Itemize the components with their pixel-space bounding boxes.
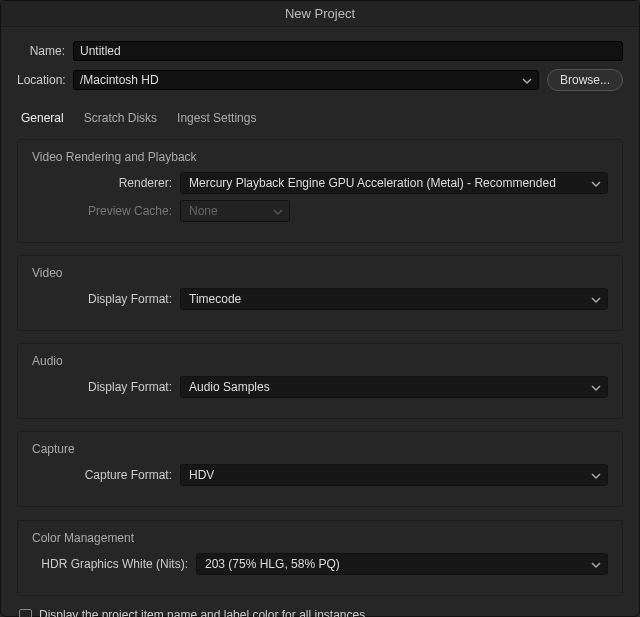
- display-item-name-label: Display the project item name and label …: [39, 608, 365, 617]
- chevron-down-icon: [591, 178, 601, 188]
- audio-display-format-select[interactable]: Audio Samples: [180, 376, 608, 398]
- preview-cache-row: Preview Cache: None: [32, 200, 608, 222]
- preview-cache-select: None: [180, 200, 290, 222]
- panel-video: Video Display Format: Timecode: [17, 255, 623, 331]
- chevron-down-icon: [591, 294, 601, 304]
- audio-display-format-row: Display Format: Audio Samples: [32, 376, 608, 398]
- dialog-content: Name: Untitled Location: /Macintosh HD B…: [1, 27, 639, 617]
- panel-title: Video: [32, 266, 608, 280]
- chevron-down-icon: [591, 559, 601, 569]
- location-value: /Macintosh HD: [80, 73, 159, 87]
- panel-video-rendering: Video Rendering and Playback Renderer: M…: [17, 139, 623, 243]
- tab-scratch-disks[interactable]: Scratch Disks: [84, 107, 157, 129]
- panel-title: Video Rendering and Playback: [32, 150, 608, 164]
- dialog-title: New Project: [1, 1, 639, 27]
- chevron-down-icon: [273, 206, 283, 216]
- new-project-dialog: New Project Name: Untitled Location: /Ma…: [0, 0, 640, 617]
- preview-cache-label: Preview Cache:: [32, 204, 180, 218]
- capture-format-row: Capture Format: HDV: [32, 464, 608, 486]
- audio-display-format-label: Display Format:: [32, 380, 180, 394]
- panel-title: Color Management: [32, 531, 608, 545]
- chevron-down-icon: [591, 470, 601, 480]
- name-input[interactable]: Untitled: [73, 41, 623, 61]
- name-label: Name:: [17, 44, 73, 58]
- panel-audio: Audio Display Format: Audio Samples: [17, 343, 623, 419]
- display-item-name-row: Display the project item name and label …: [19, 608, 621, 617]
- location-label: Location:: [17, 73, 73, 87]
- video-display-format-row: Display Format: Timecode: [32, 288, 608, 310]
- capture-format-select[interactable]: HDV: [180, 464, 608, 486]
- tab-general[interactable]: General: [21, 107, 64, 129]
- hdr-white-select[interactable]: 203 (75% HLG, 58% PQ): [196, 553, 608, 575]
- renderer-row: Renderer: Mercury Playback Engine GPU Ac…: [32, 172, 608, 194]
- hdr-white-row: HDR Graphics White (Nits): 203 (75% HLG,…: [32, 553, 608, 575]
- browse-button[interactable]: Browse...: [547, 69, 623, 91]
- video-display-format-label: Display Format:: [32, 292, 180, 306]
- tab-ingest-settings[interactable]: Ingest Settings: [177, 107, 256, 129]
- chevron-down-icon: [591, 382, 601, 392]
- panel-color-management: Color Management HDR Graphics White (Nit…: [17, 520, 623, 596]
- panel-title: Capture: [32, 442, 608, 456]
- display-item-name-checkbox[interactable]: [19, 609, 32, 618]
- renderer-label: Renderer:: [32, 176, 180, 190]
- location-row: Location: /Macintosh HD Browse...: [17, 69, 623, 91]
- capture-format-label: Capture Format:: [32, 468, 180, 482]
- video-display-format-select[interactable]: Timecode: [180, 288, 608, 310]
- name-value: Untitled: [80, 44, 121, 58]
- renderer-select[interactable]: Mercury Playback Engine GPU Acceleration…: [180, 172, 608, 194]
- chevron-down-icon: [522, 75, 532, 85]
- panel-capture: Capture Capture Format: HDV: [17, 431, 623, 507]
- location-select[interactable]: /Macintosh HD: [73, 70, 539, 90]
- tab-bar: General Scratch Disks Ingest Settings: [21, 107, 619, 129]
- hdr-white-label: HDR Graphics White (Nits):: [32, 557, 196, 571]
- name-row: Name: Untitled: [17, 41, 623, 61]
- panel-title: Audio: [32, 354, 608, 368]
